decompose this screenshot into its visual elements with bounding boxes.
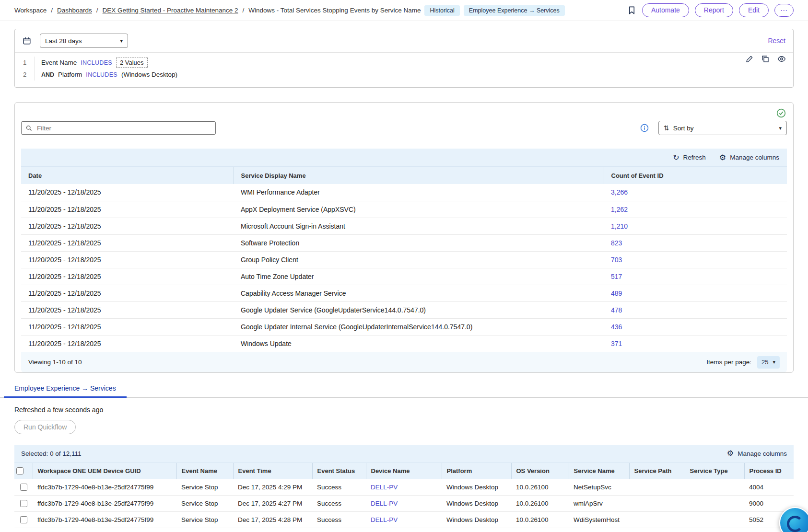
info-icon[interactable] (640, 124, 649, 132)
event-status-cell: Success (312, 496, 366, 512)
event-count-link[interactable]: 436 (611, 323, 622, 331)
event-count-link[interactable]: 478 (611, 306, 622, 314)
service-display-name-cell: AppX Deployment Service (AppXSVC) (234, 201, 604, 218)
service-path-cell (629, 512, 685, 528)
event-status-cell: Success (312, 479, 366, 496)
edit-button[interactable]: Edit (739, 3, 769, 17)
service-row: 11/20/2025 - 12/18/2025Google Updater In… (21, 318, 787, 335)
tab-employee-experience-services[interactable]: Employee Experience → Services (4, 382, 127, 398)
services-table: Date Service Display Name Count of Event… (21, 167, 787, 352)
breadcrumb-dashboards-link[interactable]: Dashboards (57, 7, 92, 14)
service-display-name-cell: Google Updater Internal Service (GoogleU… (234, 318, 604, 335)
events-column-header[interactable]: Workspace ONE UEM Device GUID (33, 463, 176, 479)
event-count-link[interactable]: 823 (611, 239, 622, 247)
device-name-link[interactable]: DELL-PV (371, 484, 398, 491)
sort-icon: ⇅ (664, 125, 669, 131)
row-checkbox[interactable] (20, 516, 27, 523)
events-column-header[interactable]: OS Version (511, 463, 569, 479)
device-name-link[interactable]: DELL-PV (371, 500, 398, 507)
condition-number: 1 (15, 57, 35, 69)
automate-button[interactable]: Automate (642, 3, 689, 17)
sort-by-select[interactable]: ⇅ Sort by ▾ (658, 121, 787, 135)
events-column-header[interactable]: Service Type (685, 463, 744, 479)
copy-filter-icon[interactable] (761, 55, 770, 63)
breadcrumb-separator: / (51, 7, 53, 14)
events-column-header[interactable]: Service Name (569, 463, 629, 479)
success-check-icon (776, 108, 786, 118)
events-column-header[interactable]: Event Status (312, 463, 366, 479)
filter-condition-row: 1 Event Name INCLUDES 2 Values (15, 57, 793, 69)
event-status-cell: Success (312, 528, 366, 532)
more-options-button[interactable]: ⋯ (774, 4, 794, 17)
count-cell: 371 (604, 335, 787, 352)
service-row: 11/20/2025 - 12/18/2025Capability Access… (21, 285, 787, 301)
condition-number: 2 (15, 69, 35, 81)
events-column-header[interactable]: Event Time (233, 463, 312, 479)
row-checkbox[interactable] (20, 500, 27, 507)
events-column-header[interactable]: Platform (442, 463, 511, 479)
event-status-cell: Success (312, 512, 366, 528)
process-id-cell: 4004 (744, 479, 794, 496)
filter-input[interactable] (36, 124, 211, 132)
event-count-link[interactable]: 1,262 (611, 206, 628, 213)
column-header-count-of-event-id[interactable]: Count of Event ID (604, 167, 787, 184)
count-cell: 3,266 (604, 184, 787, 201)
guid-cell: ffdc3b7b-1729-40e8-b13e-25df24775f99 (33, 512, 176, 528)
events-column-header[interactable]: Event Name (176, 463, 233, 479)
services-table-body: 11/20/2025 - 12/18/2025WMI Performance A… (21, 184, 787, 352)
event-count-link[interactable]: 371 (611, 340, 622, 347)
run-quickflow-button[interactable]: Run Quickflow (14, 420, 76, 434)
events-table: Workspace ONE UEM Device GUIDEvent NameE… (14, 463, 794, 532)
service-display-name-cell: WMI Performance Adapter (234, 184, 604, 201)
selected-count: Selected: 0 of 12,111 (21, 450, 82, 457)
events-column-header[interactable]: Service Path (629, 463, 685, 479)
select-all-checkbox[interactable] (16, 467, 23, 474)
report-button[interactable]: Report (695, 3, 733, 17)
date-range-select[interactable]: Last 28 days ▾ (40, 34, 128, 48)
edit-filter-icon[interactable] (745, 55, 754, 63)
refresh-button[interactable]: ↻ Refresh (673, 154, 706, 162)
row-checkbox[interactable] (20, 484, 27, 491)
count-cell: 703 (604, 251, 787, 268)
events-column-header[interactable]: Device Name (366, 463, 442, 479)
events-manage-columns-button[interactable]: ⚙ Manage columns (727, 450, 787, 457)
event-time-cell: Dec 17, 2025 4:27 PM (233, 496, 312, 512)
event-count-link[interactable]: 3,266 (611, 188, 628, 196)
events-column-header[interactable]: Process ID (744, 463, 794, 479)
preview-filter-eye-icon[interactable] (777, 55, 786, 63)
filter-panel: Last 28 days ▾ Reset 1 Event Name INCLUD… (14, 29, 794, 88)
event-row: ffdc3b7b-1729-40e8-b13e-25df24775f99Serv… (14, 528, 794, 532)
event-count-link[interactable]: 1,210 (611, 222, 628, 230)
service-display-name-cell: Group Policy Client (234, 251, 604, 268)
manage-columns-button[interactable]: ⚙ Manage columns (719, 154, 779, 162)
top-bar: Workspace / Dashboards / DEX Getting Sta… (0, 0, 808, 21)
count-cell: 436 (604, 318, 787, 335)
breadcrumb-workspace: Workspace (14, 7, 47, 14)
event-name-cell: Service Stop (176, 512, 233, 528)
events-selection-bar: Selected: 0 of 12,111 ⚙ Manage columns (14, 445, 794, 463)
device-name-link[interactable]: DELL-PV (371, 516, 398, 523)
date-cell: 11/20/2025 - 12/18/2025 (21, 234, 234, 251)
bookmark-icon[interactable] (627, 6, 636, 15)
table-controls: ⇅ Sort by ▾ (21, 121, 787, 135)
event-name-cell: Service Stop (176, 528, 233, 532)
event-count-link[interactable]: 703 (611, 256, 622, 264)
service-row: 11/20/2025 - 12/18/2025Software Protecti… (21, 234, 787, 251)
table-actions-bar: ↻ Refresh ⚙ Manage columns (21, 149, 787, 167)
service-name-cell: wmiApSrv (569, 496, 629, 512)
condition-value-chip[interactable]: 2 Values (116, 58, 148, 68)
service-display-name-cell: Google Updater Service (GoogleUpdaterSer… (234, 301, 604, 318)
items-per-page-select[interactable]: 25 ▾ (757, 356, 780, 369)
events-header-row: Workspace ONE UEM Device GUIDEvent NameE… (14, 463, 794, 479)
breadcrumb-dashboard-name-link[interactable]: DEX Getting Started - Proactive Maintena… (103, 7, 238, 14)
event-count-link[interactable]: 489 (611, 289, 622, 297)
os-version-cell: 10.0.26100 (511, 528, 569, 532)
event-count-link[interactable]: 517 (611, 273, 622, 280)
caret-down-icon: ▾ (120, 38, 123, 44)
service-row: 11/20/2025 - 12/18/2025Windows Update371 (21, 335, 787, 352)
reset-link[interactable]: Reset (768, 37, 785, 45)
widget-card: ⇅ Sort by ▾ ↻ Refresh ⚙ Manage columns D… (14, 102, 794, 373)
column-header-date[interactable]: Date (21, 167, 234, 184)
events-section: Selected: 0 of 12,111 ⚙ Manage columns W… (14, 445, 794, 532)
column-header-service-display-name[interactable]: Service Display Name (234, 167, 604, 184)
